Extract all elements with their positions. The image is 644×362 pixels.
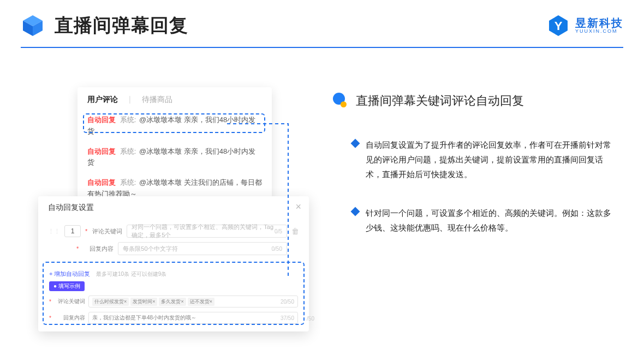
diamond-icon xyxy=(351,140,359,147)
example-keyword-box: 什么时候发货× 发货时间× 多久发货× 还不发货× 20/50 xyxy=(88,295,298,307)
label-keyword: 评论关键词 xyxy=(92,227,122,236)
subheading: 直播间弹幕关键词评论自动回复 xyxy=(333,93,617,109)
example-reply-box: 亲，我们这边都是下单48小时内发货的哦～ 37/50 xyxy=(88,312,298,324)
svg-text:Y: Y xyxy=(554,19,563,33)
auto-reply-badge: 自动回复 xyxy=(87,116,116,124)
label-reply: 回复内容 xyxy=(83,245,114,253)
page-header: 直播间弹幕回复 Y 昱新科技 YUUXIN.COM xyxy=(21,13,623,38)
screenshot-mockups: 用户评论 | 待播商品 自动回复 系统: @冰墩墩本墩 亲亲，我们48小时内发货… xyxy=(38,87,311,338)
right-column: 直播间弹幕关键词评论自动回复 自动回复设置为了提升作者的评论回复效率，作者可在开… xyxy=(333,93,617,259)
brand-name-en: YUUXIN.COM xyxy=(575,29,623,34)
rule-number: 1 xyxy=(64,225,81,237)
close-icon[interactable]: × xyxy=(295,202,301,212)
comment-panel: 用户评论 | 待播商品 自动回复 系统: @冰墩墩本墩 亲亲，我们48小时内发货… xyxy=(77,87,272,202)
brand-name-cn: 昱新科技 xyxy=(575,17,623,29)
tab-separator: | xyxy=(129,95,131,105)
brand-icon: Y xyxy=(547,14,570,37)
tab-pending-goods[interactable]: 待播商品 xyxy=(142,95,172,105)
bullet-2: 针对同一个问题，可设置多个相近的、高频的关键词。例如：这款多少钱、这块能优惠吗、… xyxy=(353,206,617,235)
reply-input[interactable]: 每条限50个中文字符 0/50 xyxy=(118,242,287,255)
drag-handle-icon[interactable]: ⋮⋮ xyxy=(48,228,60,235)
brand-logo: Y 昱新科技 YUUXIN.COM xyxy=(547,14,623,37)
add-hint: 最多可建10条 还可以创建9条 xyxy=(96,271,166,277)
example-tags: 什么时候发货× 发货时间× 多久发货× 还不发货× xyxy=(92,298,214,306)
auto-reply-settings-panel: 自动回复设置 × ⋮⋮ 1 * 评论关键词 对同一个问题，可设置多个相近、高频的… xyxy=(38,196,309,331)
delete-icon[interactable]: 🗑 xyxy=(291,227,299,236)
keyword-input[interactable]: 对同一个问题，可设置多个相近、高频的关键词，Tag确定，最多5个 0/5 xyxy=(127,225,287,238)
example-chip: ● 填写示例 xyxy=(49,281,85,291)
highlight-box-bottom: + 增加自动回复 最多可建10条 还可以创建9条 ● 填写示例 * 评论关键词 … xyxy=(43,262,305,325)
comment-row-1: 自动回复 系统: @冰墩墩本墩 亲亲，我们48小时内发货 xyxy=(87,110,262,142)
comment-row-2: 自动回复 系统: @冰墩墩本墩 亲亲，我们48小时内发货 xyxy=(87,142,262,173)
settings-title: 自动回复设置 xyxy=(48,203,299,213)
diamond-icon xyxy=(351,208,359,215)
add-auto-reply-link[interactable]: + 增加自动回复 xyxy=(49,270,90,277)
page-title: 直播间弹幕回复 xyxy=(55,13,188,38)
cube-icon xyxy=(21,14,45,38)
header-divider xyxy=(21,47,623,48)
tab-user-comments[interactable]: 用户评论 xyxy=(87,95,118,105)
bullet-1: 自动回复设置为了提升作者的评论回复效率，作者可在开播前针对常见的评论用户问题，提… xyxy=(353,137,617,182)
dot-icon xyxy=(333,93,349,109)
